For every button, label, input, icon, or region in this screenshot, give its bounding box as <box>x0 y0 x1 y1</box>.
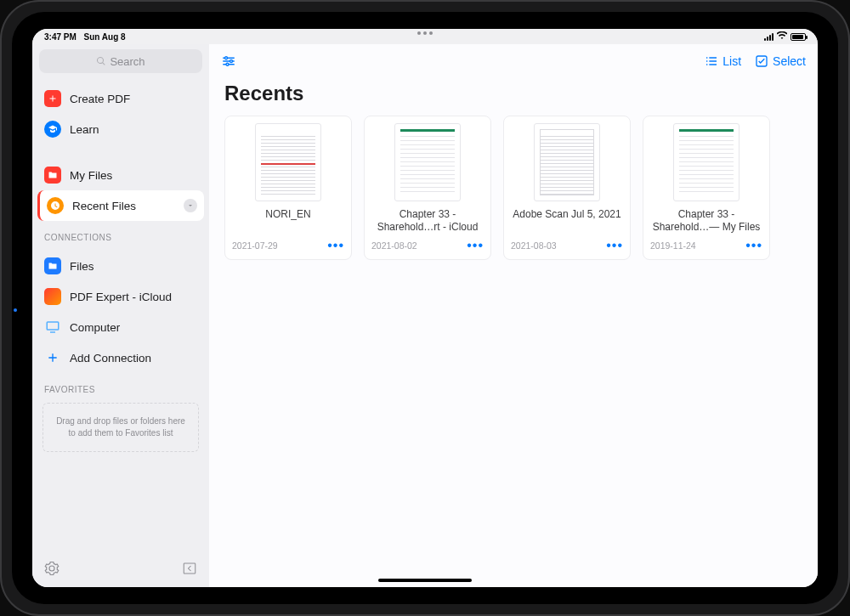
sidebar-item-files[interactable]: Files <box>32 251 209 281</box>
gear-icon <box>44 561 60 576</box>
file-name: Adobe Scan Jul 5, 2021 <box>511 208 623 234</box>
collapse-sidebar-button[interactable] <box>182 561 197 579</box>
file-date: 2021-07-29 <box>232 240 278 251</box>
clock-icon <box>47 197 64 214</box>
sidebar-item-label: Recent Files <box>72 200 136 212</box>
file-date: 2021-08-03 <box>511 240 557 251</box>
section-header-connections: CONNECTIONS <box>32 226 209 246</box>
select-button[interactable]: Select <box>755 54 806 68</box>
learn-icon <box>44 121 61 138</box>
file-thumbnail <box>394 123 461 201</box>
svg-point-3 <box>230 60 233 63</box>
list-label: List <box>722 54 741 68</box>
files-app-icon <box>44 257 61 274</box>
svg-rect-0 <box>47 322 59 330</box>
sidebar-footer <box>32 553 209 587</box>
list-icon <box>705 54 718 68</box>
filter-button[interactable] <box>221 54 236 69</box>
file-card[interactable]: Chapter 33 - Sharehold…rt - iCloud 2021-… <box>364 116 491 260</box>
sidebar-item-label: Computer <box>70 321 120 334</box>
sidebar: Search Create PDF <box>32 44 209 587</box>
file-card[interactable]: Chapter 33 - Sharehold…— My Files 2019-1… <box>643 116 770 260</box>
sidebar-item-pdfexpert-icloud[interactable]: PDF Expert - iCloud <box>32 281 209 312</box>
status-date: Sun Aug 8 <box>84 32 126 42</box>
settings-button[interactable] <box>44 561 60 579</box>
sidebar-item-label: Add Connection <box>70 352 151 365</box>
svg-point-2 <box>225 57 228 59</box>
pdfexpert-icon <box>44 288 61 305</box>
favorites-dropzone[interactable]: Drag and drop files or folders here to a… <box>42 403 199 452</box>
computer-icon <box>44 319 61 336</box>
wifi-icon <box>777 31 787 42</box>
file-thumbnail <box>673 123 740 201</box>
privacy-indicator-dot <box>14 308 17 312</box>
sidebar-item-add-connection[interactable]: Add Connection <box>32 342 209 373</box>
multitasking-dots[interactable] <box>417 31 433 35</box>
status-bar-right <box>764 31 806 42</box>
select-label: Select <box>773 54 806 68</box>
sidebar-item-label: PDF Expert - iCloud <box>70 291 172 303</box>
file-date: 2019-11-24 <box>650 240 696 251</box>
section-header-favorites: FAVORITES <box>32 378 209 398</box>
plus-file-icon <box>44 90 61 107</box>
search-icon <box>96 56 106 66</box>
file-name: Chapter 33 - Sharehold…rt - iCloud <box>371 208 484 234</box>
dot-icon <box>417 31 421 35</box>
sidebar-item-my-files[interactable]: My Files <box>32 160 209 190</box>
battery-icon <box>790 33 806 41</box>
file-name: Chapter 33 - Sharehold…— My Files <box>650 208 762 234</box>
screen: 3:47 PM Sun Aug 8 <box>32 29 818 587</box>
folder-icon <box>44 167 61 184</box>
file-more-button[interactable]: ••• <box>327 242 344 249</box>
file-thumbnail <box>534 123 600 201</box>
file-thumbnail <box>255 123 321 201</box>
status-time: 3:47 PM <box>44 32 76 42</box>
files-grid: NORI_EN 2021-07-29 ••• Chapter 33 - Sh <box>209 116 818 260</box>
sidebar-item-recent-files[interactable]: Recent Files <box>37 190 204 221</box>
file-card[interactable]: NORI_EN 2021-07-29 ••• <box>224 116 352 260</box>
sidebar-item-create-pdf[interactable]: Create PDF <box>32 83 209 114</box>
sidebar-item-label: Create PDF <box>70 93 130 105</box>
file-card[interactable]: Adobe Scan Jul 5, 2021 2021-08-03 ••• <box>503 116 631 260</box>
dot-icon <box>423 31 427 35</box>
sliders-icon <box>221 54 236 69</box>
sidebar-item-label: My Files <box>70 169 112 182</box>
search-input[interactable]: Search <box>39 49 202 73</box>
status-bar-left: 3:47 PM Sun Aug 8 <box>44 32 131 42</box>
search-placeholder: Search <box>110 55 144 68</box>
collapse-icon <box>182 561 197 576</box>
file-more-button[interactable]: ••• <box>606 242 623 249</box>
page-title: Recents <box>209 78 818 116</box>
device-frame: 3:47 PM Sun Aug 8 <box>0 0 850 616</box>
svg-rect-1 <box>184 563 196 574</box>
list-view-button[interactable]: List <box>705 54 741 68</box>
sidebar-item-label: Learn <box>70 123 99 136</box>
toolbar: List Select <box>209 44 818 78</box>
file-more-button[interactable]: ••• <box>745 242 762 249</box>
sidebar-item-computer[interactable]: Computer <box>32 312 209 342</box>
file-more-button[interactable]: ••• <box>467 242 484 249</box>
sidebar-item-learn[interactable]: Learn <box>32 114 209 144</box>
file-date: 2021-08-02 <box>371 240 417 251</box>
cellular-signal-icon <box>764 33 774 41</box>
main-content: List Select Recents <box>209 44 818 587</box>
home-indicator[interactable] <box>378 579 472 582</box>
svg-point-4 <box>226 63 229 65</box>
device-bezel: 3:47 PM Sun Aug 8 <box>12 12 838 604</box>
sidebar-item-label: Files <box>70 260 94 273</box>
chevron-down-icon[interactable] <box>184 199 197 212</box>
checkbox-icon <box>755 54 768 68</box>
status-bar: 3:47 PM Sun Aug 8 <box>32 29 818 44</box>
file-name: NORI_EN <box>232 208 344 234</box>
plus-icon <box>44 349 61 366</box>
dot-icon <box>429 31 433 35</box>
